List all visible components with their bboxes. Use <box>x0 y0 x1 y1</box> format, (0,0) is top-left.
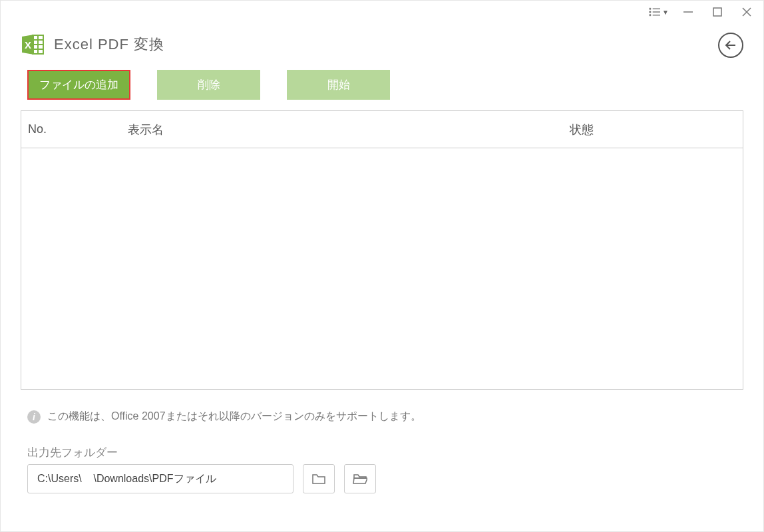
menu-dropdown-caret: ▼ <box>662 9 669 16</box>
browse-folder-button[interactable] <box>303 464 335 493</box>
output-path-input[interactable] <box>27 464 293 493</box>
file-table: No. 表示名 状態 <box>21 110 743 390</box>
col-header-name: 表示名 <box>128 122 570 138</box>
back-button[interactable] <box>718 33 743 58</box>
svg-point-0 <box>650 8 651 9</box>
table-body <box>21 148 743 389</box>
maximize-button[interactable] <box>707 2 727 22</box>
excel-icon: X <box>21 33 45 57</box>
svg-point-4 <box>650 15 651 16</box>
menu-list-icon[interactable]: ▼ <box>649 2 669 22</box>
output-folder-label: 出力先フォルダー <box>27 445 737 460</box>
start-button[interactable]: 開始 <box>287 70 390 100</box>
add-file-button[interactable]: ファイルの追加 <box>27 70 130 100</box>
col-header-no: No. <box>21 122 128 136</box>
svg-text:X: X <box>25 39 31 51</box>
info-message: i この機能は、Office 2007またはそれ以降のバージョンのみをサポートし… <box>27 410 737 424</box>
table-header: No. 表示名 状態 <box>21 111 743 148</box>
info-text: この機能は、Office 2007またはそれ以降のバージョンのみをサポートします… <box>47 410 421 424</box>
page-title: Excel PDF 変換 <box>54 35 164 55</box>
col-header-status: 状態 <box>570 122 743 138</box>
info-icon: i <box>27 410 41 424</box>
toolbar: ファイルの追加 削除 開始 <box>1 63 763 110</box>
svg-rect-7 <box>713 8 721 16</box>
minimize-button[interactable] <box>678 2 698 22</box>
output-row <box>27 464 737 493</box>
app-window: ▼ X Excel PDF 変換 ファイルの <box>0 0 764 532</box>
open-folder-button[interactable] <box>344 464 376 493</box>
close-button[interactable] <box>737 2 757 22</box>
svg-point-2 <box>650 11 651 13</box>
titlebar: ▼ <box>1 1 763 23</box>
header: X Excel PDF 変換 <box>1 23 763 63</box>
delete-button[interactable]: 削除 <box>157 70 260 100</box>
